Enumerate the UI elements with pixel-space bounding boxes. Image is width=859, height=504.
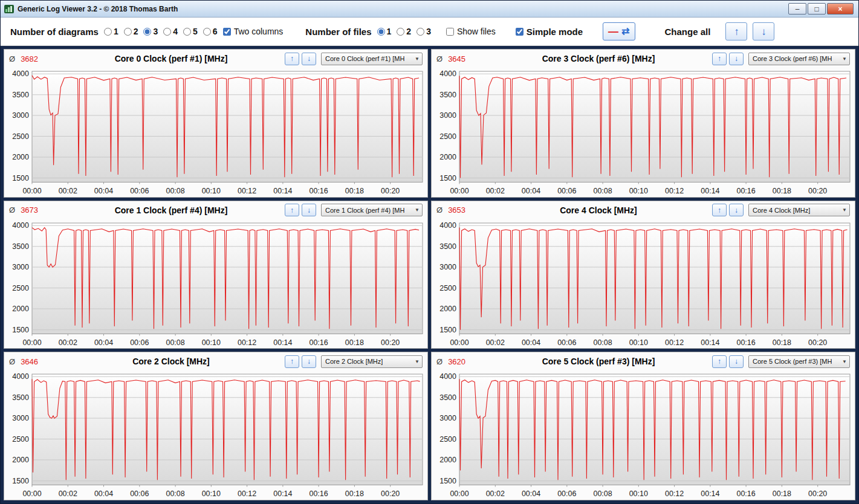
simple-mode-input[interactable]	[516, 28, 524, 36]
average-symbol: Ø	[9, 357, 15, 366]
panel-move-down-button[interactable]: ↓	[729, 53, 744, 65]
metric-dropdown[interactable]: Core 3 Clock (perf #6) [MH ▼	[748, 53, 850, 65]
down-arrow-icon: ↓	[734, 206, 738, 215]
svg-text:3500: 3500	[12, 393, 29, 402]
panel-move-down-button[interactable]: ↓	[729, 204, 744, 216]
down-arrow-icon: ↓	[307, 54, 311, 63]
svg-text:00:14: 00:14	[273, 187, 292, 195]
panel-title: Core 5 Clock (perf #3) [MHz]	[490, 357, 707, 366]
svg-text:00:04: 00:04	[522, 489, 540, 498]
radio-diagrams-4[interactable]: 4	[163, 27, 178, 36]
change-all-label: Change all	[665, 27, 711, 37]
chart-panel: Ø 3645 Core 3 Clock (perf #6) [MHz] ↑ ↓ …	[431, 49, 855, 198]
minimize-button[interactable]: –	[788, 3, 806, 15]
panel-header: Ø 3645 Core 3 Clock (perf #6) [MHz] ↑ ↓ …	[432, 50, 855, 68]
change-all-down-button[interactable]: ↓	[753, 22, 774, 40]
metric-dropdown[interactable]: Core 4 Clock [MHz] ▼	[748, 204, 850, 216]
svg-text:00:12: 00:12	[238, 489, 256, 498]
radio-option-label: 1	[387, 27, 392, 36]
panel-move-up-button[interactable]: ↑	[285, 355, 299, 368]
show-files-input[interactable]	[446, 28, 454, 36]
svg-text:00:08: 00:08	[593, 187, 612, 195]
radio-input-files-3[interactable]	[417, 28, 424, 36]
svg-text:00:18: 00:18	[773, 338, 791, 346]
svg-text:00:02: 00:02	[59, 489, 77, 498]
panel-move-up-button[interactable]: ↑	[712, 204, 727, 216]
up-arrow-icon: ↑	[718, 357, 721, 366]
toolbar: Number of diagrams 123456 Two columns Nu…	[1, 18, 858, 46]
two-columns-label: Two columns	[234, 27, 284, 36]
svg-text:3500: 3500	[439, 91, 456, 99]
panel-move-up-button[interactable]: ↑	[285, 204, 299, 216]
radio-input-diagrams-2[interactable]	[124, 28, 132, 36]
radio-files-2[interactable]: 2	[397, 27, 411, 36]
radio-diagrams-2[interactable]: 2	[124, 27, 138, 36]
radio-input-files-2[interactable]	[397, 28, 404, 36]
two-columns-checkbox[interactable]: Two columns	[223, 27, 284, 36]
svg-text:2000: 2000	[12, 456, 29, 464]
svg-text:00:18: 00:18	[773, 489, 791, 498]
svg-text:00:08: 00:08	[593, 489, 612, 498]
dropdown-value: Core 3 Clock (perf #6) [MH	[753, 55, 832, 62]
radio-input-files-1[interactable]	[377, 28, 385, 36]
simple-mode-checkbox[interactable]: Simple mode	[516, 27, 583, 37]
svg-text:1500: 1500	[439, 174, 456, 183]
svg-text:00:16: 00:16	[309, 489, 328, 498]
svg-text:00:20: 00:20	[381, 338, 400, 346]
panel-move-up-button[interactable]: ↑	[712, 355, 727, 368]
svg-text:4000: 4000	[439, 221, 456, 230]
panel-move-up-button[interactable]: ↑	[712, 53, 727, 65]
svg-text:3500: 3500	[12, 91, 29, 99]
radio-files-1[interactable]: 1	[377, 27, 392, 36]
close-button[interactable]: ×	[827, 3, 854, 15]
panel-move-down-button[interactable]: ↓	[302, 53, 316, 65]
metric-dropdown[interactable]: Core 1 Clock (perf #4) [MH ▼	[321, 204, 423, 216]
svg-text:00:18: 00:18	[345, 187, 364, 195]
panel-move-up-button[interactable]: ↑	[285, 53, 299, 65]
files-radio-group: 123	[377, 27, 431, 36]
panel-move-down-button[interactable]: ↓	[302, 204, 316, 216]
metric-dropdown[interactable]: Core 0 Clock (perf #1) [MH ▼	[321, 53, 423, 65]
chart-area: 40003500300025002000150000:0000:0200:040…	[432, 370, 855, 500]
radio-diagrams-5[interactable]: 5	[183, 27, 198, 36]
line-chart: 40003500300025002000150000:0000:0200:040…	[432, 370, 855, 500]
line-chart: 40003500300025002000150000:0000:0200:040…	[432, 219, 855, 349]
up-arrow-icon: ↑	[734, 27, 739, 37]
panel-title: Core 2 Clock [MHz]	[62, 357, 280, 366]
chart-area: 40003500300025002000150000:0000:0200:040…	[4, 370, 427, 500]
maximize-button[interactable]: □	[808, 3, 826, 15]
change-all-up-button[interactable]: ↑	[725, 22, 747, 40]
radio-input-diagrams-4[interactable]	[163, 28, 171, 36]
chart-area: 40003500300025002000150000:0000:0200:040…	[4, 219, 427, 349]
radio-diagrams-6[interactable]: 6	[203, 27, 218, 36]
radio-input-diagrams-3[interactable]	[143, 28, 151, 36]
radio-option-label: 6	[213, 27, 218, 36]
radio-files-3[interactable]: 3	[417, 27, 431, 36]
svg-text:00:18: 00:18	[345, 338, 364, 346]
metric-dropdown[interactable]: Core 5 Clock (perf #3) [MH ▼	[748, 355, 850, 368]
panel-buttons: ↑ ↓	[712, 53, 744, 65]
metric-dropdown[interactable]: Core 2 Clock [MHz] ▼	[321, 355, 423, 368]
svg-text:00:00: 00:00	[450, 338, 468, 346]
two-columns-input[interactable]	[223, 28, 231, 36]
panel-move-down-button[interactable]: ↓	[302, 355, 316, 368]
svg-text:00:16: 00:16	[736, 338, 755, 346]
radio-input-diagrams-6[interactable]	[203, 28, 211, 36]
show-files-label: Show files	[457, 27, 496, 36]
dropdown-arrow-icon: ▼	[842, 56, 847, 62]
show-files-checkbox[interactable]: Show files	[446, 27, 496, 36]
refresh-series-button[interactable]: — ⇄	[603, 22, 635, 40]
chart-area: 40003500300025002000150000:0000:0200:040…	[432, 219, 855, 349]
radio-option-label: 2	[134, 27, 138, 36]
svg-text:00:12: 00:12	[665, 338, 684, 346]
window-title: Generic Log Viewer 3.2 - © 2018 Thomas B…	[18, 5, 178, 13]
panel-move-down-button[interactable]: ↓	[729, 355, 744, 368]
radio-diagrams-3[interactable]: 3	[143, 27, 158, 36]
svg-text:2000: 2000	[439, 153, 456, 161]
radio-diagrams-1[interactable]: 1	[104, 27, 118, 36]
radio-input-diagrams-1[interactable]	[104, 28, 112, 36]
svg-text:00:16: 00:16	[309, 187, 328, 195]
radio-input-diagrams-5[interactable]	[183, 28, 191, 36]
svg-text:1500: 1500	[439, 325, 456, 334]
panel-header: Ø 3646 Core 2 Clock [MHz] ↑ ↓ Core 2 Clo…	[4, 352, 427, 370]
